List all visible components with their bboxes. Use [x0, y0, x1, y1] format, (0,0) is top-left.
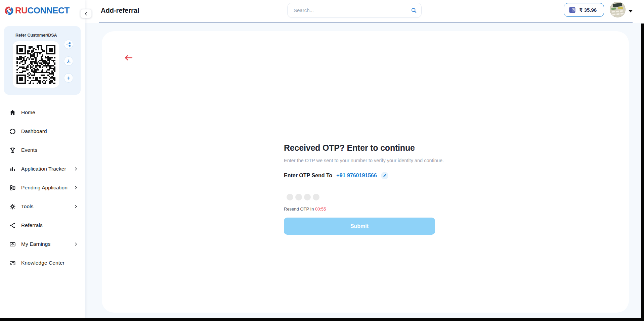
search-input[interactable] [288, 3, 421, 17]
sidebar-menu: HomeDashboardEventsApplication TrackerPe… [0, 103, 85, 272]
chevron-right-icon [74, 185, 78, 190]
refer-card-actions [64, 40, 73, 83]
brand-logo-icon [4, 6, 14, 15]
events-icon [9, 147, 16, 154]
otp-digit-dot[interactable] [313, 194, 319, 200]
chevron-right-icon [74, 167, 78, 171]
home-icon [9, 109, 16, 116]
otp-input[interactable] [287, 194, 319, 200]
wallet-icon [568, 6, 576, 14]
my-earnings-icon [9, 241, 16, 248]
wallet-amount: ₹ 35.96 [579, 7, 597, 13]
wallet-balance-badge[interactable]: ₹ 35.96 [564, 3, 604, 17]
edit-phone-button[interactable] [381, 172, 388, 179]
dashboard-icon [9, 128, 16, 135]
scrollbar-vertical[interactable] [641, 24, 644, 321]
pencil-icon [383, 174, 387, 178]
sidebar-item-label: My Earnings [21, 241, 50, 247]
sidebar-item-events[interactable]: Events [0, 141, 85, 159]
sidebar-item-label: Home [21, 109, 35, 116]
add-icon [66, 76, 71, 81]
sidebar-item-label: Tools [21, 203, 34, 210]
sidebar-item-knowledge-center[interactable]: Knowledge Center [0, 254, 85, 272]
download-icon [66, 59, 71, 64]
sidebar-item-referrals[interactable]: Referrals [0, 216, 85, 235]
otp-sendto-label: Enter OTP Send To [284, 173, 332, 179]
refer-card-title: Refer Customer/DSA [15, 33, 57, 38]
page-title: Add-referral [101, 7, 139, 14]
app-root: RUCONNECT Refer Customer/DSA HomeDashboa… [0, 0, 644, 321]
tools-icon [9, 203, 16, 210]
knowledge-center-icon [9, 260, 16, 267]
otp-title: Received OTP? Enter to continue [284, 143, 415, 153]
pending-application-icon [9, 184, 16, 191]
chevron-right-icon [74, 204, 78, 209]
top-header: Add-referral ₹ 35.96 [85, 0, 644, 23]
resend-otp-timer: 00:55 [315, 207, 326, 212]
sidebar-item-tools[interactable]: Tools [0, 197, 85, 216]
sidebar-item-label: Application Tracker [21, 166, 66, 172]
otp-subtitle: Enter the OTP we sent to your number to … [284, 158, 444, 163]
otp-digit-dot[interactable] [295, 194, 302, 200]
chevron-left-icon [84, 11, 88, 16]
search-box [287, 3, 422, 18]
otp-digit-dot[interactable] [304, 194, 311, 200]
otp-digit-dot[interactable] [287, 194, 293, 200]
chevron-right-icon [74, 242, 78, 246]
submit-button[interactable]: Submit [284, 218, 435, 235]
sidebar-item-application-tracker[interactable]: Application Tracker [0, 159, 85, 178]
sidebar-item-label: Knowledge Center [21, 260, 65, 266]
sidebar-item-my-earnings[interactable]: My Earnings [0, 235, 85, 254]
search-icon[interactable] [411, 7, 417, 14]
sidebar: RUCONNECT Refer Customer/DSA HomeDashboa… [0, 0, 85, 318]
sidebar-item-dashboard[interactable]: Dashboard [0, 122, 85, 141]
back-arrow-icon[interactable] [124, 55, 133, 61]
main-content: Received OTP? Enter to continue Enter th… [85, 23, 644, 318]
user-avatar[interactable] [610, 2, 626, 17]
otp-card: Received OTP? Enter to continue Enter th… [102, 31, 629, 313]
sidebar-item-label: Pending Application [21, 185, 68, 191]
brand-logo[interactable]: RUCONNECT [4, 5, 70, 16]
sidebar-item-home[interactable]: Home [0, 103, 85, 122]
referrals-icon [9, 222, 16, 229]
share-referral-button[interactable] [64, 40, 73, 49]
sidebar-item-label: Dashboard [21, 128, 47, 134]
refer-customer-card: Refer Customer/DSA [4, 26, 81, 95]
sidebar-item-label: Referrals [21, 222, 43, 228]
download-qr-button[interactable] [64, 56, 73, 66]
referral-qr-code [12, 41, 59, 88]
share-icon [66, 42, 71, 47]
sidebar-item-label: Events [21, 147, 37, 153]
brand-logo-text: RUCONNECT [15, 5, 70, 16]
application-tracker-icon [9, 166, 16, 173]
otp-input-underline [284, 204, 320, 204]
resend-otp-row: Resend OTP In 00:55 [284, 207, 326, 212]
scrollbar-horizontal[interactable] [0, 318, 644, 321]
otp-sendto-row: Enter OTP Send To +91 9760191566 [284, 172, 388, 179]
profile-menu-caret-icon[interactable] [629, 10, 633, 12]
resend-otp-label: Resend OTP In [284, 207, 314, 212]
sidebar-collapse-button[interactable] [80, 9, 92, 18]
otp-phone-number: +91 9760191566 [336, 173, 377, 179]
sidebar-item-pending-application[interactable]: Pending Application [0, 178, 85, 197]
add-referral-button[interactable] [64, 73, 73, 83]
